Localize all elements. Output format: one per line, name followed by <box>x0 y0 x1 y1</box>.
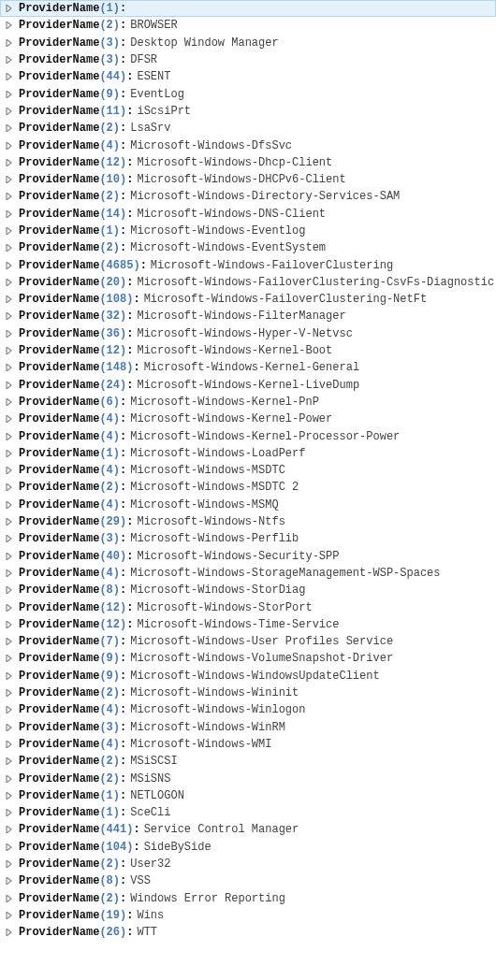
tree-row[interactable]: ProviderName (3):DFSR <box>0 51 496 68</box>
chevron-right-icon[interactable] <box>4 225 15 237</box>
chevron-right-icon[interactable] <box>4 209 15 220</box>
chevron-right-icon[interactable] <box>4 191 15 202</box>
tree-row[interactable]: ProviderName (1):Microsoft-Windows-LoadP… <box>0 445 496 462</box>
tree-row[interactable]: ProviderName (1):NETLOGON <box>0 787 496 804</box>
tree-row[interactable]: ProviderName (11):iScsiPrt <box>0 103 496 120</box>
tree-row[interactable]: ProviderName (2):Microsoft-Windows-Event… <box>0 239 496 256</box>
tree-row[interactable]: ProviderName (3):Microsoft-Windows-WinRM <box>0 718 496 735</box>
chevron-right-icon[interactable] <box>4 858 15 870</box>
tree-row[interactable]: ProviderName (4):Microsoft-Windows-WMI <box>0 736 496 753</box>
tree-row[interactable]: ProviderName (4):Microsoft-Windows-MSDTC <box>0 462 496 479</box>
tree-row[interactable]: ProviderName (104):SideBySide <box>0 839 496 856</box>
chevron-right-icon[interactable] <box>4 71 15 82</box>
chevron-right-icon[interactable] <box>4 328 15 339</box>
tree-row[interactable]: ProviderName (7):Microsoft-Windows-User … <box>0 633 496 650</box>
tree-row[interactable]: ProviderName (14):Microsoft-Windows-DNS-… <box>0 206 496 223</box>
chevron-right-icon[interactable] <box>4 157 15 168</box>
tree-row[interactable]: ProviderName (4685):Microsoft-Windows-Fa… <box>0 256 496 273</box>
tree-row[interactable]: ProviderName (4):Microsoft-Windows-Kerne… <box>0 411 496 427</box>
tree-row[interactable]: ProviderName (26):WTT <box>0 924 496 941</box>
chevron-right-icon[interactable] <box>4 842 15 853</box>
tree-row[interactable]: ProviderName (3):Desktop Window Manager <box>0 35 496 51</box>
tree-row[interactable]: ProviderName (2):MSiSCSI <box>0 753 496 770</box>
chevron-right-icon[interactable] <box>4 584 15 596</box>
chevron-right-icon[interactable] <box>4 516 15 527</box>
tree-row[interactable]: ProviderName (20):Microsoft-Windows-Fail… <box>0 274 496 291</box>
tree-row[interactable]: ProviderName (12):Microsoft-Windows-Time… <box>0 616 496 633</box>
chevron-right-icon[interactable] <box>4 310 15 322</box>
chevron-right-icon[interactable] <box>4 910 15 921</box>
chevron-right-icon[interactable] <box>4 722 15 733</box>
tree-row[interactable]: ProviderName (4):Microsoft-Windows-Kerne… <box>0 427 496 444</box>
tree-row[interactable]: ProviderName (2):Microsoft-Windows-Direc… <box>0 188 496 205</box>
tree-row[interactable]: ProviderName (108):Microsoft-Windows-Fai… <box>0 291 496 308</box>
chevron-right-icon[interactable] <box>4 807 15 818</box>
tree-row[interactable]: ProviderName (12):Microsoft-Windows-Stor… <box>0 598 496 615</box>
tree-row[interactable]: ProviderName (36):Microsoft-Windows-Hype… <box>0 325 496 342</box>
chevron-right-icon[interactable] <box>4 602 15 613</box>
chevron-right-icon[interactable] <box>4 413 15 425</box>
chevron-right-icon[interactable] <box>4 551 15 562</box>
tree-row[interactable]: ProviderName (441):Service Control Manag… <box>0 821 496 838</box>
chevron-right-icon[interactable] <box>4 174 15 185</box>
chevron-right-icon[interactable] <box>4 824 15 835</box>
chevron-right-icon[interactable] <box>4 927 15 938</box>
chevron-right-icon[interactable] <box>4 533 15 544</box>
chevron-right-icon[interactable] <box>4 277 15 288</box>
chevron-right-icon[interactable] <box>4 345 15 356</box>
chevron-right-icon[interactable] <box>4 482 15 493</box>
chevron-right-icon[interactable] <box>4 362 15 373</box>
chevron-right-icon[interactable] <box>4 140 15 151</box>
chevron-right-icon[interactable] <box>4 242 15 253</box>
chevron-right-icon[interactable] <box>4 619 15 630</box>
chevron-right-icon[interactable] <box>4 636 15 647</box>
chevron-right-icon[interactable] <box>4 37 15 49</box>
chevron-right-icon[interactable] <box>4 499 15 511</box>
chevron-right-icon[interactable] <box>4 122 15 134</box>
chevron-right-icon[interactable] <box>4 380 15 391</box>
tree-row[interactable]: ProviderName (1):Microsoft-Windows-Event… <box>0 223 496 239</box>
chevron-right-icon[interactable] <box>4 893 15 904</box>
chevron-right-icon[interactable] <box>4 739 15 750</box>
tree-row[interactable]: ProviderName (32):Microsoft-Windows-Filt… <box>0 308 496 324</box>
chevron-right-icon[interactable] <box>4 260 15 271</box>
tree-row[interactable]: ProviderName (2):BROWSER <box>0 17 496 34</box>
tree-row[interactable]: ProviderName (4):Microsoft-Windows-DfsSv… <box>0 137 496 153</box>
tree-row[interactable]: ProviderName (3):Microsoft-Windows-Perfl… <box>0 530 496 547</box>
tree-row[interactable]: ProviderName (2):MSiSNS <box>0 770 496 786</box>
chevron-right-icon[interactable] <box>4 756 15 767</box>
tree-row[interactable]: ProviderName (4):Microsoft-Windows-Stora… <box>0 565 496 582</box>
chevron-right-icon[interactable] <box>4 670 15 682</box>
tree-row[interactable]: ProviderName (4):Microsoft-Windows-MSMQ <box>0 497 496 513</box>
tree-row[interactable]: ProviderName (9):Microsoft-Windows-Volum… <box>0 650 496 667</box>
chevron-right-icon[interactable] <box>4 106 15 117</box>
tree-row[interactable]: ProviderName (148):Microsoft-Windows-Ker… <box>0 359 496 376</box>
chevron-right-icon[interactable] <box>4 568 15 579</box>
tree-row[interactable]: ProviderName (4):Microsoft-Windows-Winlo… <box>0 701 496 718</box>
chevron-right-icon[interactable] <box>4 20 15 31</box>
chevron-right-icon[interactable] <box>4 396 15 408</box>
chevron-right-icon[interactable] <box>4 704 15 715</box>
tree-row[interactable]: ProviderName (19):Wins <box>0 907 496 924</box>
tree-row[interactable]: ProviderName (8):VSS <box>0 872 496 889</box>
tree-row[interactable]: ProviderName (12):Microsoft-Windows-Dhcp… <box>0 154 496 171</box>
chevron-right-icon[interactable] <box>4 431 15 442</box>
chevron-right-icon[interactable] <box>4 465 15 476</box>
tree-row[interactable]: ProviderName (24):Microsoft-Windows-Kern… <box>0 377 496 394</box>
tree-row[interactable]: ProviderName (8):Microsoft-Windows-StorD… <box>0 582 496 598</box>
tree-row[interactable]: ProviderName (44):ESENT <box>0 68 496 85</box>
chevron-right-icon[interactable] <box>4 89 15 100</box>
chevron-right-icon[interactable] <box>4 687 15 699</box>
tree-row[interactable]: ProviderName (9):EventLog <box>0 85 496 102</box>
tree-row[interactable]: ProviderName (2):User32 <box>0 856 496 872</box>
tree-row[interactable]: ProviderName (10):Microsoft-Windows-DHCP… <box>0 171 496 188</box>
tree-row[interactable]: ProviderName (40):Microsoft-Windows-Secu… <box>0 548 496 565</box>
chevron-right-icon[interactable] <box>4 790 15 801</box>
tree-row[interactable]: ProviderName (12):Microsoft-Windows-Kern… <box>0 342 496 359</box>
chevron-right-icon[interactable] <box>4 54 15 65</box>
chevron-right-icon[interactable] <box>4 3 15 14</box>
tree-row[interactable]: ProviderName (6):Microsoft-Windows-Kerne… <box>0 394 496 411</box>
tree-row[interactable]: ProviderName (1):SceCli <box>0 804 496 821</box>
tree-row[interactable]: ProviderName (2):Microsoft-Windows-Winin… <box>0 685 496 701</box>
tree-row[interactable]: ProviderName (9):Microsoft-Windows-Windo… <box>0 668 496 685</box>
